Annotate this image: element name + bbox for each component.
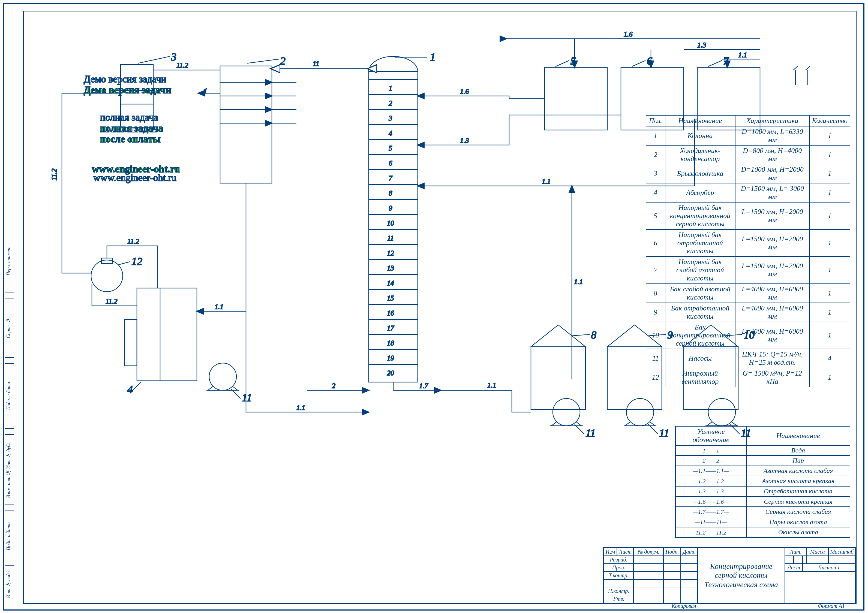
equipment-tank7: 7: [697, 55, 760, 130]
svg-rect-42: [531, 347, 586, 409]
svg-rect-32: [137, 288, 197, 381]
svg-line-39: [632, 60, 645, 67]
svg-text:1.1: 1.1: [542, 178, 551, 185]
svg-line-31: [138, 56, 170, 63]
equipment-tank5: 5: [545, 55, 607, 130]
plate-number: 7: [389, 174, 393, 182]
plate-number: 8: [389, 189, 392, 197]
plate-number: 20: [387, 369, 394, 377]
svg-text:1.1: 1.1: [296, 404, 305, 412]
svg-rect-46: [684, 347, 738, 409]
callout-9: 9: [667, 329, 673, 341]
callout-11: 11: [659, 427, 669, 439]
callout-2: 2: [280, 55, 285, 67]
svg-line-27: [247, 59, 279, 63]
svg-text:после оплаты: после оплаты: [100, 124, 157, 135]
svg-text:1.6: 1.6: [624, 30, 632, 38]
svg-rect-36: [545, 67, 607, 130]
plate-number: 9: [389, 204, 392, 212]
plate-number: 13: [387, 264, 394, 272]
svg-text:Демо версия задачи: Демо версия задачи: [84, 85, 171, 95]
svg-text:1.1: 1.1: [574, 278, 583, 286]
drawing-sheet: Поз. Наименование Характеристика Количес…: [3, 3, 865, 611]
svg-text:11.2: 11.2: [105, 297, 118, 305]
plate-number: 5: [389, 144, 392, 152]
svg-line-35: [132, 382, 141, 392]
callout-11: 11: [242, 392, 252, 404]
svg-text:1.1: 1.1: [215, 303, 223, 311]
plate-number: 12: [387, 249, 394, 257]
plate-number: 16: [387, 309, 394, 317]
vent-symbol: [793, 66, 810, 85]
plate-number: 19: [387, 354, 394, 362]
svg-rect-40: [697, 67, 760, 130]
callout-1: 1: [430, 51, 436, 63]
svg-text:полная задача: полная задача: [100, 112, 158, 123]
plate-number: 15: [387, 294, 394, 302]
plate-number: 3: [389, 114, 392, 122]
svg-text:1.3: 1.3: [460, 136, 469, 144]
svg-rect-38: [621, 67, 684, 130]
svg-text:после оплаты: после оплаты: [100, 133, 161, 144]
callout-4: 4: [127, 383, 133, 395]
svg-text:Демо версия задачи: Демо версия задачи: [84, 74, 166, 85]
svg-text:11.2: 11.2: [50, 169, 58, 180]
callout-10: 10: [744, 329, 755, 341]
svg-text:1.1: 1.1: [738, 51, 747, 59]
callout-8: 8: [591, 329, 597, 341]
plate-number: 1: [389, 84, 392, 92]
svg-text:1.1: 1.1: [487, 381, 496, 389]
svg-line-45: [648, 334, 666, 336]
svg-text:11: 11: [313, 60, 319, 68]
plate-number: 4: [389, 129, 392, 137]
binding-strip: Перв. примен. Справ. № Подп. и дата Взам…: [5, 221, 24, 603]
svg-text:1.7: 1.7: [419, 382, 428, 390]
callout-12: 12: [132, 255, 143, 268]
callout-11: 11: [741, 427, 751, 439]
plate-number: 2: [389, 99, 392, 107]
callout-3: 3: [171, 51, 177, 63]
equipment-tank10: 10: [684, 325, 755, 409]
svg-line-43: [572, 334, 590, 336]
plate-number: 17: [387, 324, 394, 332]
callout-6: 6: [647, 55, 652, 67]
svg-rect-22: [220, 66, 272, 183]
svg-text:www.engineer-oht.ru: www.engineer-oht.ru: [93, 172, 177, 183]
callout-11: 11: [586, 427, 595, 439]
svg-text:11.2: 11.2: [177, 61, 188, 69]
equipment-tank6: 6: [621, 55, 684, 130]
callout-5: 5: [570, 55, 576, 67]
equipment-pump: 11: [550, 398, 595, 439]
svg-line-41: [708, 60, 722, 67]
svg-text:2: 2: [332, 382, 335, 390]
svg-rect-33: [125, 319, 137, 366]
plate-number: 10: [387, 219, 394, 227]
callout-7: 7: [723, 55, 729, 67]
equipment-pump: 11: [624, 398, 669, 439]
equipment-column: 1234567891011121314151617181920 1: [369, 51, 436, 382]
equipment-pump: 11: [705, 398, 751, 439]
equipment-condenser: 2: [220, 55, 285, 183]
equipment-tank9: 9: [607, 325, 673, 409]
equipment-tank8: 8: [531, 325, 597, 409]
svg-line-47: [725, 334, 742, 336]
plate-number: 14: [387, 279, 394, 287]
svg-text:1.6: 1.6: [460, 88, 469, 95]
plate-number: 6: [389, 159, 392, 167]
svg-line-58: [118, 262, 130, 265]
svg-text:11.2: 11.2: [127, 237, 140, 245]
plate-number: 11: [387, 234, 394, 242]
inner-frame: Поз. Наименование Характеристика Количес…: [23, 11, 857, 604]
equipment-absorber4: 4: [125, 288, 197, 395]
svg-line-37: [555, 60, 569, 67]
svg-text:1.3: 1.3: [697, 41, 706, 49]
plate-number: 18: [387, 339, 394, 347]
watermark: Демо версия задачи Демо версия задачи по…: [84, 74, 180, 183]
schematic-canvas: 1234567891011121314151617181920 1 2: [24, 11, 858, 606]
equipment-fan: 12: [91, 255, 143, 292]
equipment-pump: 11: [206, 363, 252, 404]
svg-text:1: 1: [204, 87, 207, 95]
